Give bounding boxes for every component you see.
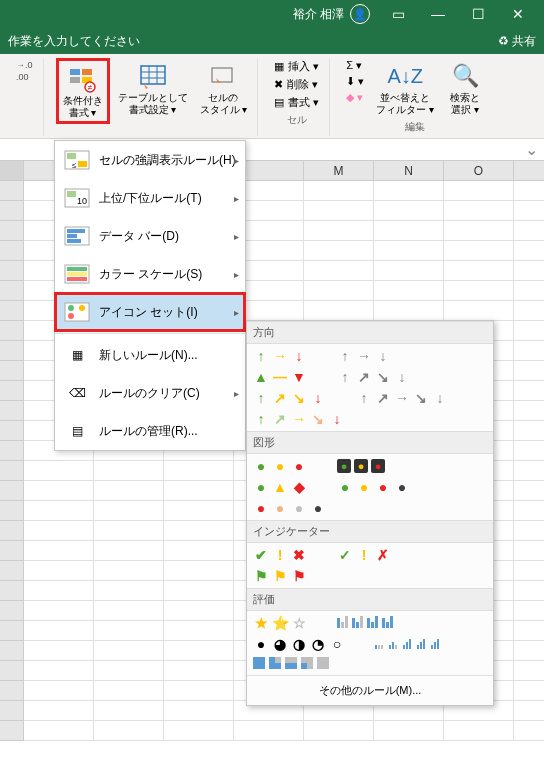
menu-data-bars[interactable]: データ バー(D)▸ [55,217,245,255]
cell[interactable] [514,641,544,661]
maximize-button[interactable]: ☐ [458,0,498,28]
row-header[interactable] [0,301,24,321]
cell[interactable] [444,261,514,281]
cell[interactable] [94,581,164,601]
cell[interactable] [444,241,514,261]
row-header[interactable] [0,481,24,501]
cell[interactable] [24,561,94,581]
cell[interactable] [94,501,164,521]
cell[interactable] [514,581,544,601]
iconset-4-arrows-colored[interactable]: ↑↗↘↓ [253,390,326,406]
row-header[interactable] [0,641,24,661]
cell[interactable] [304,301,374,321]
cell[interactable] [514,441,544,461]
cell[interactable] [164,661,234,681]
col-header[interactable]: P [514,161,544,180]
user-account[interactable]: 裕介 相澤 👤 [293,4,370,24]
cell[interactable] [444,221,514,241]
cell[interactable] [514,421,544,441]
cell[interactable] [514,461,544,481]
iconset-4-arrows-gray[interactable]: ↑↗↘↓ [337,369,410,385]
iconset-3-flags[interactable]: ⚑⚑⚑ [253,568,307,584]
select-all-corner[interactable] [0,161,24,180]
cell-styles-button[interactable]: セルの スタイル ▾ [196,58,252,124]
cell[interactable] [374,301,444,321]
decimal-buttons[interactable]: →.0 .00 [12,58,37,84]
row-header[interactable] [0,441,24,461]
cell[interactable] [514,321,544,341]
close-button[interactable]: ✕ [498,0,538,28]
cell[interactable] [94,621,164,641]
row-header[interactable] [0,621,24,641]
menu-new-rule[interactable]: ▦ 新しいルール(N)... [55,336,245,374]
find-select-button[interactable]: 🔍 検索と 選択 ▾ [442,58,488,118]
iconset-5-arrows-colored[interactable]: ↑↗→↘↓ [253,411,345,427]
cell[interactable] [164,701,234,721]
sort-filter-button[interactable]: A↓Z 並べ替えと フィルター ▾ [372,58,438,118]
cell[interactable] [514,261,544,281]
cell[interactable] [514,701,544,721]
cell[interactable] [444,281,514,301]
cell[interactable] [514,401,544,421]
cell[interactable] [94,521,164,541]
row-header[interactable] [0,321,24,341]
cell[interactable] [94,601,164,621]
format-as-table-button[interactable]: テーブルとして 書式設定 ▾ [114,58,192,124]
row-header[interactable] [0,501,24,521]
cell[interactable] [24,501,94,521]
cell[interactable] [374,721,444,741]
cell[interactable] [514,301,544,321]
iconset-3-symbols-circled[interactable]: ✔!✖ [253,547,307,563]
iconset-5-arrows-gray[interactable]: ↑↗→↘↓ [356,390,448,406]
menu-top-bottom[interactable]: 10 上位/下位ルール(T)▸ [55,179,245,217]
row-header[interactable] [0,381,24,401]
cell[interactable] [514,681,544,701]
menu-clear-rules[interactable]: ⌫ ルールのクリア(C)▸ [55,374,245,412]
cell[interactable] [94,661,164,681]
row-header[interactable] [0,181,24,201]
cell[interactable] [514,221,544,241]
cell[interactable] [514,241,544,261]
cell[interactable] [374,281,444,301]
cell[interactable] [304,221,374,241]
cell[interactable] [374,221,444,241]
cell[interactable] [164,681,234,701]
cell[interactable] [94,461,164,481]
iconset-5-quarters[interactable]: ●◕◑◔○ [253,636,345,652]
cell[interactable] [514,521,544,541]
menu-icon-sets[interactable]: アイコン セット(I)▸ [55,293,245,331]
insert-cells-button[interactable]: ▦挿入 ▾ [270,58,323,75]
fill-button[interactable]: ⬇ ▾ [342,74,368,89]
formula-expand-icon[interactable]: ⌄ [519,140,544,159]
cell[interactable] [514,501,544,521]
cell[interactable] [374,201,444,221]
autosum-button[interactable]: Σ ▾ [342,58,368,73]
cell[interactable] [444,721,514,741]
cell[interactable] [164,641,234,661]
ribbon-display-button[interactable]: ▭ [378,0,418,28]
iconset-3-signs[interactable]: ●▲◆ [253,479,307,495]
iconset-3-arrows-gray[interactable]: ↑→↓ [337,348,391,364]
row-header[interactable] [0,721,24,741]
cell[interactable] [514,541,544,561]
cell[interactable] [514,621,544,641]
cell[interactable] [304,281,374,301]
row-header[interactable] [0,701,24,721]
col-header[interactable]: M [304,161,374,180]
cell[interactable] [94,701,164,721]
share-button[interactable]: ♻ 共有 [498,33,536,50]
row-header[interactable] [0,241,24,261]
cell[interactable] [94,561,164,581]
cell[interactable] [164,461,234,481]
row-header[interactable] [0,261,24,281]
row-header[interactable] [0,461,24,481]
menu-highlight-cells[interactable]: ≤ セルの強調表示ルール(H)▸ [55,141,245,179]
row-header[interactable] [0,281,24,301]
iconset-3-symbols[interactable]: ✓!✗ [337,547,391,563]
cell[interactable] [514,721,544,741]
cell[interactable] [234,721,304,741]
iconset-4-ratings[interactable] [337,615,393,631]
cell[interactable] [374,181,444,201]
cell[interactable] [514,341,544,361]
cell[interactable] [24,481,94,501]
